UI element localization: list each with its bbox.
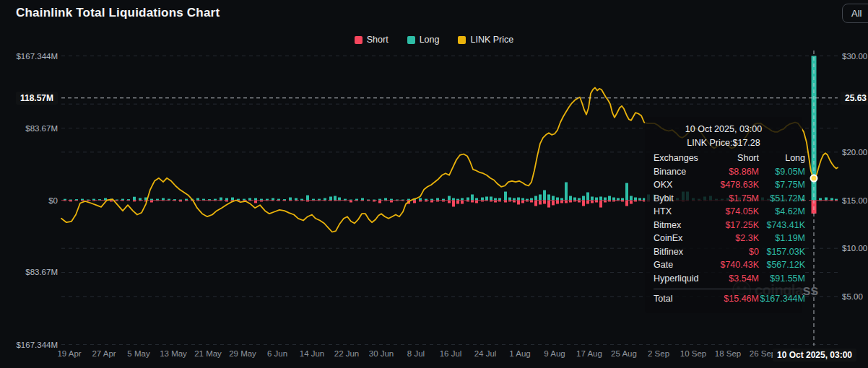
- short-bar: [318, 201, 321, 201]
- short-bar: [396, 201, 399, 201]
- short-bar: [75, 201, 78, 201]
- short-bar: [517, 201, 520, 205]
- long-bar: [442, 199, 445, 201]
- long-bar: [121, 199, 124, 201]
- short-bar: [461, 201, 464, 204]
- short-bar: [508, 201, 511, 202]
- long-bar: [289, 198, 292, 201]
- long-bar: [156, 199, 159, 201]
- long-bar: [419, 198, 422, 201]
- long-bar: [452, 198, 455, 201]
- long-bar: [324, 198, 326, 201]
- long-bar: [390, 199, 393, 201]
- long-bar: [595, 198, 598, 201]
- tooltip-col-long: Long: [759, 152, 805, 165]
- tooltip-exchange-table: ExchangesShortLongBinance$8.86M$9.05MOKX…: [654, 152, 794, 306]
- short-bar: [419, 201, 422, 202]
- long-bar: [621, 198, 624, 201]
- coinglass-liquidations-page: { "header": { "title": "Chainlink Total …: [0, 0, 868, 368]
- long-bar: [573, 198, 576, 201]
- short-bar: [582, 201, 585, 206]
- short-bar: [338, 201, 341, 201]
- tooltip-total-short: $15.46M: [716, 292, 759, 306]
- short-bar: [825, 201, 828, 201]
- short-bar: [156, 201, 159, 201]
- tooltip-short-value: $1.75M: [716, 192, 759, 206]
- tooltip-long-value: $157.03K: [759, 245, 805, 259]
- crosshair-left-value-chip: 118.57M: [16, 92, 58, 105]
- long-bar: [556, 198, 559, 201]
- long-bar: [466, 198, 469, 201]
- long-bar: [98, 199, 101, 200]
- short-bar: [621, 201, 624, 202]
- long-bar: [202, 199, 205, 201]
- long-bar: [225, 198, 228, 201]
- long-bar: [75, 199, 78, 200]
- short-bar: [543, 201, 546, 204]
- tooltip-exchange-name: Bitfinex: [654, 245, 716, 259]
- short-bar: [64, 201, 66, 201]
- tooltip-exchange-name: Binance: [654, 165, 716, 179]
- short-bar: [835, 201, 838, 201]
- long-bar: [179, 200, 182, 201]
- long-bar: [819, 198, 822, 201]
- long-bar: [220, 198, 222, 201]
- short-bar: [208, 201, 211, 201]
- short-bar: [196, 201, 199, 201]
- long-bar: [133, 197, 136, 201]
- long-bar: [64, 199, 66, 201]
- short-bar: [202, 201, 205, 201]
- short-bar: [254, 201, 257, 203]
- long-bar: [448, 196, 451, 201]
- long-bar: [534, 196, 537, 201]
- long-bar: [196, 198, 199, 201]
- long-bar: [361, 198, 364, 201]
- long-bar: [498, 198, 501, 201]
- short-bar: [534, 201, 537, 206]
- short-bar: [547, 201, 550, 208]
- tooltip-short-value: $17.25K: [716, 219, 759, 232]
- tooltip-exchange-name: Bitmex: [654, 219, 716, 232]
- long-bar: [185, 199, 188, 201]
- long-bar: [92, 199, 95, 201]
- short-bar: [475, 201, 478, 203]
- short-bar: [565, 201, 568, 203]
- tooltip-exchange-name: Bybit: [654, 192, 716, 206]
- long-bar: [402, 200, 404, 201]
- short-bar: [277, 201, 280, 201]
- short-bar: [498, 201, 501, 202]
- short-bar: [490, 201, 492, 202]
- tooltip-long-value: $9.05M: [759, 165, 805, 179]
- short-bar: [295, 201, 298, 201]
- long-bar: [539, 194, 542, 200]
- price-point-marker: [811, 175, 817, 182]
- tooltip-long-value: $1.19M: [759, 232, 805, 245]
- tooltip-col-short: Short: [716, 152, 759, 165]
- long-bar: [312, 199, 315, 201]
- tooltip-long-value: $91.55M: [759, 272, 805, 286]
- short-bar: [225, 201, 228, 202]
- long-bar: [436, 198, 439, 201]
- long-bar: [355, 199, 358, 201]
- long-bar: [608, 196, 611, 201]
- long-bar: [306, 196, 309, 201]
- short-bar: [448, 201, 451, 203]
- long-bar: [396, 200, 399, 201]
- long-bar: [604, 198, 607, 201]
- long-bar: [334, 196, 337, 201]
- long-bar: [471, 194, 474, 200]
- short-bar: [289, 201, 292, 201]
- long-bar: [586, 193, 589, 201]
- tooltip-divider: [654, 289, 805, 289]
- short-bar: [539, 201, 542, 205]
- short-bar: [573, 201, 576, 202]
- short-bar: [81, 201, 84, 201]
- long-bar: [591, 196, 594, 200]
- long-bar: [69, 200, 72, 201]
- long-bar: [168, 199, 170, 201]
- long-bar: [634, 198, 637, 201]
- long-bar: [517, 198, 520, 201]
- crosshair-date-chip: 10 Oct 2025, 03:00: [773, 349, 856, 362]
- short-bar: [110, 201, 113, 202]
- long-bar: [139, 198, 142, 201]
